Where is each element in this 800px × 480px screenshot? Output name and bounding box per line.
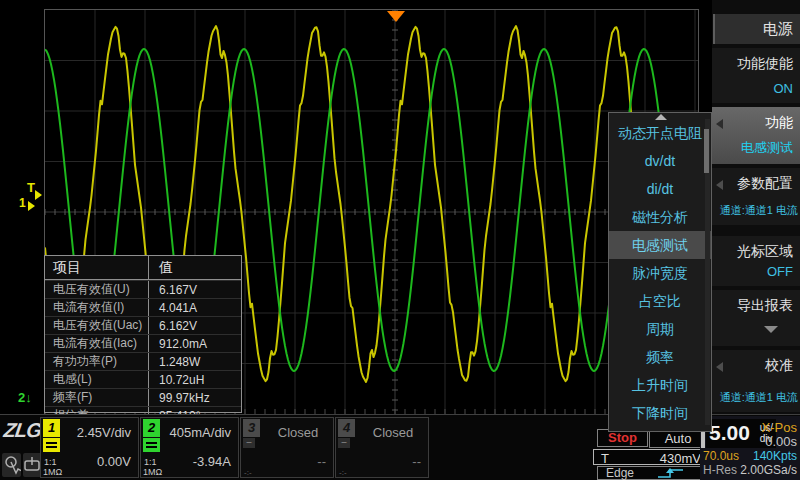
- trigger-level-marker[interactable]: T: [27, 180, 35, 195]
- menu-item[interactable]: 电感测试: [609, 231, 711, 259]
- channel2-scale: 405mA/div: [170, 425, 231, 440]
- trigger-position-marker[interactable]: [387, 11, 405, 22]
- channel3-box[interactable]: 3 – -:- Closed --: [240, 417, 334, 478]
- measurement-table-header: 项目 值: [45, 256, 241, 280]
- menu-item[interactable]: 占空比: [609, 287, 711, 315]
- calibration-title: 校准: [765, 357, 793, 375]
- col-item-header: 项目: [45, 256, 149, 279]
- menu-item[interactable]: 频率: [609, 343, 711, 371]
- power-label: 电源: [763, 20, 793, 39]
- chevron-left-icon: [716, 180, 723, 190]
- channel2-badge: 2: [143, 419, 160, 437]
- channel2-zero-marker[interactable]: 2↓: [18, 390, 32, 405]
- col-value-header: 值: [149, 256, 241, 279]
- trigger-type-label: Edge: [606, 466, 634, 480]
- cursor-area-value: OFF: [767, 264, 793, 279]
- touch-mode-button[interactable]: [2, 453, 21, 477]
- menu-items: 动态开点电阻dv/dtdi/dt磁性分析电感测试脉冲宽度占空比周期频率上升时间下…: [609, 119, 711, 427]
- measurement-row: 电压有效值(U)6.167V: [45, 280, 241, 298]
- channel4-offset: --: [412, 454, 421, 469]
- menu-item[interactable]: 动态开点电阻: [609, 119, 711, 147]
- sample-rate: 2.00GSa/s: [710, 463, 797, 477]
- measurement-table: 项目 值 电压有效值(U)6.167V电流有效值(I)4.041A电压有效值(U…: [44, 255, 242, 413]
- param-config-value: 通道:通道1 电流: [720, 203, 798, 218]
- measurement-label: 电流有效值(I): [45, 299, 149, 316]
- menu-item[interactable]: 磁性分析: [609, 203, 711, 231]
- channel3-probe-ratio: -:-: [244, 468, 252, 477]
- cursor-area-button[interactable]: 光标区域 OFF: [712, 236, 800, 286]
- menu-item[interactable]: 周期: [609, 315, 711, 343]
- function-enable-button[interactable]: 功能使能 ON: [712, 48, 800, 103]
- menu-scrollbar-thumb[interactable]: [704, 129, 709, 173]
- menu-item[interactable]: dv/dt: [609, 147, 711, 175]
- xpos-value: 0.00s: [735, 434, 797, 449]
- trigger-source-label: T: [601, 451, 609, 466]
- measurement-value: 10.72uH: [149, 371, 241, 388]
- chevron-down-icon: [764, 326, 778, 333]
- menu-item[interactable]: 下降时间: [609, 399, 711, 427]
- menu-scrollbar[interactable]: [705, 119, 710, 425]
- channel3-state: Closed: [263, 425, 333, 440]
- measurement-row: 电流有效值(Iac)912.0mA: [45, 334, 241, 352]
- touch-icon: [2, 453, 21, 477]
- measurement-value: 6.167V: [149, 281, 241, 298]
- xpos-label: X-Pos: [735, 420, 797, 435]
- measurement-value: 99.97kHz: [149, 389, 241, 406]
- channel4-probe-ratio: -:-: [339, 468, 347, 477]
- chevron-left-icon: [716, 119, 723, 129]
- menu-item[interactable]: 上升时间: [609, 371, 711, 399]
- channel1-scale: 2.45V/div: [77, 425, 131, 440]
- measurement-row: 电流有效值(I)4.041A: [45, 298, 241, 316]
- channel2-probe-ratio: 1:1: [144, 457, 157, 467]
- channel2-box[interactable]: 2 1:1 1MΩ 405mA/div -3.94A: [140, 417, 239, 478]
- channel1-zero-marker[interactable]: 1: [19, 196, 26, 210]
- calibration-value: 通道:通道1 电流: [720, 390, 798, 405]
- measurement-label: 电压有效值(U): [45, 281, 149, 298]
- channel3-coupling-icon: –: [243, 438, 255, 448]
- function-value: 电感测试: [741, 139, 793, 157]
- measurement-label: 频率(F): [45, 389, 149, 406]
- measurement-value: 6.162V: [149, 317, 241, 334]
- trigger-level-box[interactable]: T 430mV: [593, 449, 707, 465]
- channel1-box[interactable]: 1 1:1 1MΩ 2.45V/div 0.00V: [40, 417, 139, 478]
- channel1-dc-coupling-icon: [43, 438, 60, 452]
- export-report-title: 导出报表: [737, 297, 793, 315]
- power-button[interactable]: 电源: [713, 14, 800, 44]
- measurement-label: 有功功率(P): [45, 353, 149, 370]
- measurement-value: 4.041A: [149, 299, 241, 316]
- channel2-offset: -3.94A: [193, 454, 231, 469]
- channel4-box[interactable]: 4 – -:- Closed --: [335, 417, 429, 478]
- function-enable-value: ON: [774, 81, 794, 96]
- channel4-coupling-icon: –: [338, 438, 350, 448]
- trigger-type-box[interactable]: Edge: [597, 466, 707, 480]
- channel1-probe-ratio: 1:1: [44, 457, 57, 467]
- menu-item[interactable]: 脉冲宽度: [609, 259, 711, 287]
- measurement-row: 有功功率(P)1.248W: [45, 352, 241, 370]
- param-config-title: 参数配置: [737, 175, 793, 193]
- channel2-dc-coupling-icon: [143, 438, 160, 452]
- measure-type-menu: 动态开点电阻dv/dtdi/dt磁性分析电感测试脉冲宽度占空比周期频率上升时间下…: [608, 112, 712, 432]
- calibration-button[interactable]: 校准 通道:通道1 电流: [712, 350, 800, 412]
- param-config-button[interactable]: 参数配置 通道:通道1 电流: [712, 168, 800, 225]
- channel1-impedance: 1MΩ: [43, 467, 62, 477]
- measurement-label: 电压有效值(Uac): [45, 317, 149, 334]
- record-length: 140Kpts: [730, 449, 797, 463]
- measurement-label: 电感(L): [45, 371, 149, 388]
- channel1-badge: 1: [43, 419, 60, 437]
- trigger-level-value: 430mV: [660, 451, 701, 466]
- channel4-badge: 4: [338, 419, 355, 437]
- channel2-offscreen-arrow-icon: ↓: [25, 390, 32, 405]
- brand-logo-text: ZLG: [3, 419, 43, 441]
- channel1-zero-arrow-icon: [28, 201, 35, 211]
- measurement-row: 频率(F)99.97kHz: [45, 388, 241, 406]
- channel3-badge: 3: [243, 419, 260, 437]
- rising-edge-icon: [656, 467, 686, 479]
- menu-item[interactable]: di/dt: [609, 175, 711, 203]
- chevron-left-icon: [716, 362, 723, 372]
- export-report-button[interactable]: 导出报表: [712, 290, 800, 346]
- horizontal-section: 5.00 us/ div X-Pos 0.00s 70.0us 140Kpts …: [700, 416, 800, 480]
- function-button-active[interactable]: 功能 电感测试: [712, 107, 800, 164]
- measurement-value: 1.248W: [149, 353, 241, 370]
- function-title: 功能: [765, 114, 793, 132]
- measurement-label: 电流有效值(Iac): [45, 335, 149, 352]
